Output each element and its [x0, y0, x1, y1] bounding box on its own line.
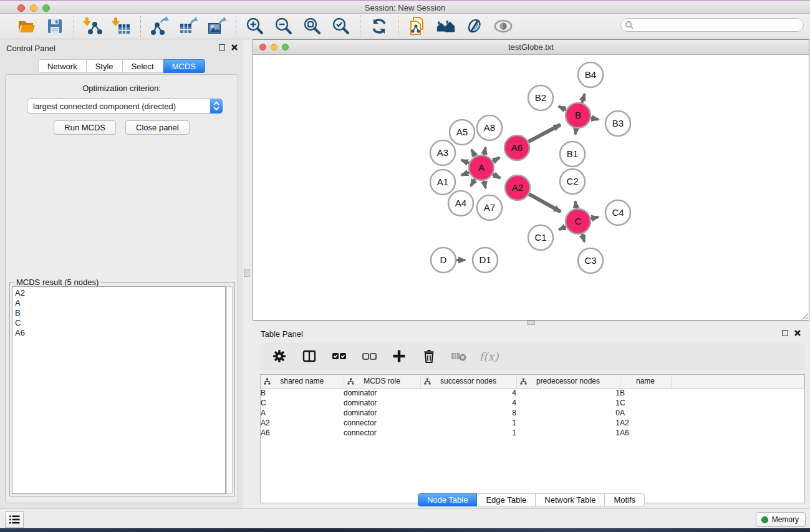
table-cell[interactable]: 1: [420, 428, 516, 438]
graph-edge-A-A4[interactable]: [471, 179, 475, 186]
table-cell[interactable]: 1: [516, 398, 620, 408]
zoom-selected-icon[interactable]: [331, 16, 351, 36]
table-row[interactable]: A6connector11A6: [261, 428, 804, 438]
table-settings-gear-icon[interactable]: [271, 348, 287, 364]
export-image-icon[interactable]: [207, 16, 227, 36]
graph-edge-A2-C[interactable]: [529, 194, 561, 211]
network-canvas[interactable]: B4B2BB3A5A8A6B1A3AC2A1A2A4A7C4CC1DD1C3: [253, 55, 809, 320]
table-cell[interactable]: dominator: [344, 388, 420, 398]
delete-table-icon[interactable]: [451, 348, 467, 364]
tab-style[interactable]: Style: [87, 59, 123, 73]
graph-edge-A-A2[interactable]: [493, 174, 500, 178]
graph-edge-A-A8[interactable]: [484, 147, 485, 155]
table-cell[interactable]: 1: [516, 428, 620, 438]
table-cell[interactable]: A6: [620, 428, 671, 438]
mcds-result-item[interactable]: A: [15, 298, 225, 308]
show-hide-graphics-icon[interactable]: [465, 16, 485, 36]
column-header-predecessor-nodes[interactable]: predecessor nodes: [516, 375, 620, 388]
table-row[interactable]: A2connector11A2: [261, 418, 804, 428]
graph-edge-C-C1[interactable]: [559, 226, 566, 230]
vertical-splitter-handle[interactable]: [244, 269, 249, 277]
first-neighbors-icon[interactable]: [436, 16, 456, 36]
table-row[interactable]: Adominator80A: [261, 408, 804, 418]
graph-edge-A-A1[interactable]: [461, 172, 469, 175]
float-panel-icon[interactable]: [219, 44, 225, 51]
mcds-result-item[interactable]: A2: [15, 288, 225, 298]
zoom-in-icon[interactable]: [245, 16, 265, 36]
float-table-panel-icon[interactable]: [782, 330, 788, 336]
tab-network-table[interactable]: Network Table: [536, 493, 605, 506]
close-panel-icon[interactable]: [231, 44, 238, 51]
open-session-icon[interactable]: [16, 16, 36, 36]
tab-node-table[interactable]: Node Table: [418, 493, 478, 506]
memory-button[interactable]: Memory: [756, 512, 806, 527]
graph-edge-B-B4[interactable]: [582, 94, 584, 103]
tab-network[interactable]: Network: [38, 59, 87, 73]
close-panel-button[interactable]: Close panel: [125, 120, 190, 135]
tab-mcds[interactable]: MCDS: [163, 59, 205, 73]
graph-edge-B-B1[interactable]: [576, 128, 576, 135]
table-cell[interactable]: A2: [261, 418, 344, 428]
graph-edge-B-B2[interactable]: [559, 107, 566, 110]
table-cell[interactable]: 8: [420, 408, 516, 418]
column-header-shared-name[interactable]: shared name: [261, 375, 344, 388]
graph-edge-B-B3[interactable]: [591, 118, 599, 119]
graph-edge-A-A5[interactable]: [471, 150, 475, 156]
horizontal-splitter-handle[interactable]: [527, 321, 535, 325]
table-cell[interactable]: dominator: [344, 398, 420, 408]
zoom-out-icon[interactable]: [274, 16, 294, 36]
mcds-result-item[interactable]: B: [15, 308, 225, 318]
show-columns-icon[interactable]: [301, 348, 317, 364]
graph-edge-A-A6[interactable]: [493, 158, 499, 162]
table-cell[interactable]: 1: [420, 418, 516, 428]
run-mcds-button[interactable]: Run MCDS: [54, 120, 116, 135]
export-network-icon[interactable]: [150, 16, 170, 36]
tab-motifs[interactable]: Motifs: [605, 493, 645, 506]
table-cell[interactable]: A2: [620, 418, 671, 428]
graph-edge-C-C3[interactable]: [582, 234, 584, 241]
table-cell[interactable]: A: [261, 408, 344, 418]
table-cell[interactable]: 1: [516, 418, 620, 428]
import-network-icon[interactable]: [83, 16, 103, 36]
table-row[interactable]: Cdominator41C: [261, 398, 804, 408]
graph-edge-A6-B[interactable]: [529, 125, 561, 142]
save-session-icon[interactable]: [45, 16, 65, 36]
refresh-layout-icon[interactable]: [369, 16, 389, 36]
column-header-successor-nodes[interactable]: successor nodes: [420, 375, 516, 388]
table-cell[interactable]: 1: [516, 388, 620, 398]
export-table-icon[interactable]: [178, 16, 198, 36]
graph-edge-A-A7[interactable]: [484, 181, 485, 188]
search-input[interactable]: [620, 18, 804, 32]
table-cell[interactable]: 0: [516, 408, 620, 418]
column-header-name[interactable]: name: [620, 375, 671, 388]
birds-eye-view-icon[interactable]: [493, 16, 513, 36]
table-cell[interactable]: C: [620, 398, 671, 408]
unselect-all-columns-icon[interactable]: [361, 348, 377, 364]
table-cell[interactable]: A: [620, 408, 671, 418]
result-scrollbar[interactable]: [226, 286, 233, 494]
optimization-criterion-dropdown[interactable]: largest connected component (directed): [27, 99, 223, 114]
mcds-result-item[interactable]: C: [15, 318, 225, 328]
table-cell[interactable]: C: [261, 398, 344, 408]
graph-edge-A-A3[interactable]: [461, 160, 470, 163]
tab-select[interactable]: Select: [123, 59, 163, 73]
table-cell[interactable]: connector: [344, 418, 420, 428]
close-table-panel-icon[interactable]: [794, 329, 801, 337]
select-all-columns-icon[interactable]: [331, 348, 347, 364]
column-header-MCDS-role[interactable]: MCDS role: [344, 375, 420, 388]
mcds-result-item[interactable]: A6: [15, 328, 225, 338]
graph-edge-C-C4[interactable]: [591, 217, 599, 219]
new-network-from-selection-icon[interactable]: [407, 16, 427, 36]
function-builder-icon[interactable]: f(x): [481, 348, 497, 364]
table-cell[interactable]: B: [620, 388, 671, 398]
table-row[interactable]: Bdominator41B: [261, 388, 804, 398]
zoom-fit-icon[interactable]: [302, 16, 322, 36]
import-table-icon[interactable]: [112, 16, 132, 36]
delete-column-icon[interactable]: [421, 348, 437, 364]
resize-grip-icon[interactable]: [800, 311, 809, 320]
create-column-icon[interactable]: [391, 348, 407, 364]
table-cell[interactable]: connector: [344, 428, 420, 438]
task-history-button[interactable]: [5, 511, 24, 528]
graph-edge-C-C2[interactable]: [575, 201, 576, 209]
table-cell[interactable]: 4: [420, 388, 516, 398]
